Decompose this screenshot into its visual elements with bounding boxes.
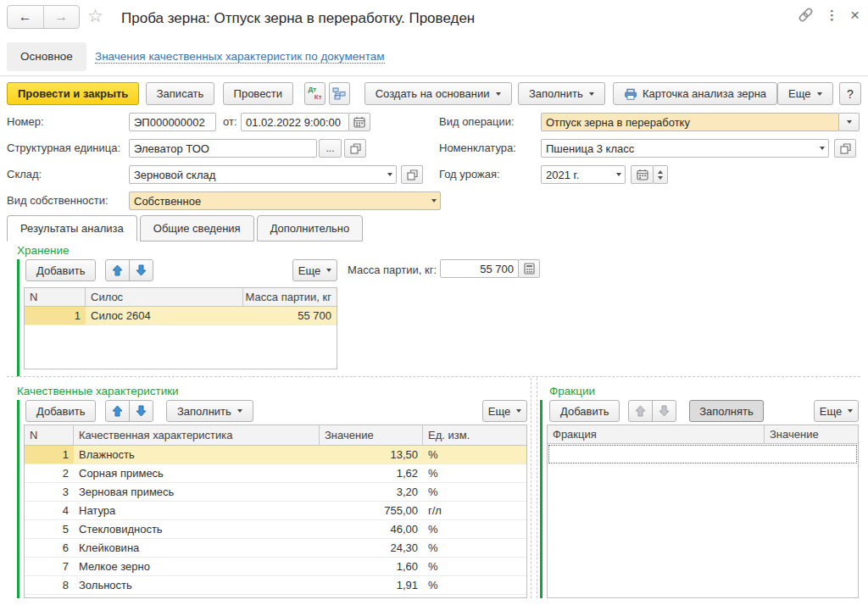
batch-mass-field[interactable]: 55 700 xyxy=(440,259,519,278)
cell-name: Сорная примесь xyxy=(74,464,320,482)
tab-analysis-results[interactable]: Результаты анализа xyxy=(7,215,137,241)
horizontal-splitter[interactable] xyxy=(7,376,860,377)
favorite-star-icon[interactable]: ☆ xyxy=(87,7,103,25)
col-n[interactable]: N xyxy=(25,288,86,306)
structural-unit-open-button[interactable] xyxy=(344,139,366,158)
storage-add-button[interactable]: Добавить xyxy=(25,259,96,281)
quality-fill-button[interactable]: Заполнить xyxy=(166,400,253,422)
move-up-button[interactable] xyxy=(105,400,130,422)
col-mass[interactable]: Масса партии, кг xyxy=(243,288,337,306)
table-row[interactable]: 3 Зерновая примесь 3,20 % xyxy=(25,483,526,502)
move-down-button[interactable] xyxy=(129,400,153,422)
cell-n: 7 xyxy=(25,558,74,575)
fill-button[interactable]: Заполнить xyxy=(518,82,605,105)
operation-field[interactable]: Отпуск зерна в переработку xyxy=(541,113,839,131)
quality-more-button[interactable]: Еще xyxy=(482,400,527,422)
number-field[interactable]: ЭП000000002 xyxy=(129,113,216,131)
storage-more-button[interactable]: Еще xyxy=(292,259,337,281)
table-row[interactable]: 7 Мелкое зерно 1,60 % xyxy=(25,558,526,576)
warehouse-field[interactable]: Зерновой склад xyxy=(129,165,397,184)
chevron-down-icon xyxy=(516,409,521,413)
dtkt-button[interactable]: ДтКт xyxy=(304,82,326,105)
move-up-button[interactable] xyxy=(628,400,653,422)
col-silo[interactable]: Силос xyxy=(86,288,243,306)
table-row[interactable]: 4 Натура 755,00 г/л xyxy=(25,502,526,520)
warehouse-dropdown[interactable] xyxy=(382,166,392,183)
table-row[interactable]: 1 Влажность 13,50 % xyxy=(25,446,526,464)
fractions-add-button[interactable]: Добавить xyxy=(549,400,620,422)
post-button[interactable]: Провести xyxy=(223,82,294,105)
tab-additional[interactable]: Дополнительно xyxy=(257,215,364,241)
cell-unit: % xyxy=(423,446,526,463)
cell-n: 3 xyxy=(25,483,74,501)
structural-unit-label: Структурная единица: xyxy=(7,139,120,158)
more-menu-icon[interactable]: ⋮ xyxy=(826,8,838,23)
arrow-up-icon xyxy=(112,405,123,417)
tab-main[interactable]: Основное xyxy=(7,42,86,71)
page-tabstrip: Результаты анализа Общие сведения Дополн… xyxy=(7,215,365,241)
nomenclature-dropdown[interactable] xyxy=(815,140,825,157)
ownership-field[interactable]: Собственное xyxy=(129,191,441,210)
structural-unit-field[interactable]: Элеватор ТОО xyxy=(129,139,317,158)
col-value[interactable]: Значение xyxy=(765,425,858,443)
col-fraction[interactable]: Фракция xyxy=(548,425,765,443)
operation-dropdown-button[interactable] xyxy=(838,113,860,131)
move-down-button[interactable] xyxy=(652,400,676,422)
cell-value: 46,00 xyxy=(320,520,423,538)
document-structure-button[interactable] xyxy=(329,82,350,105)
date-calendar-button[interactable] xyxy=(348,113,370,131)
harvest-year-dropdown[interactable] xyxy=(611,166,621,183)
cell-name: Клейковина xyxy=(74,539,320,557)
nomenclature-value: Пшеница 3 класс xyxy=(546,142,634,155)
col-n[interactable]: N xyxy=(25,425,74,445)
fractions-group-bar xyxy=(540,400,542,598)
col-value[interactable]: Значение xyxy=(320,425,423,445)
storage-move-buttons xyxy=(105,259,153,281)
chevron-down-icon xyxy=(589,92,594,96)
harvest-year-calendar-button[interactable] xyxy=(631,165,654,184)
table-row[interactable]: 1 Силос 2604 55 700 xyxy=(25,307,337,325)
table-row[interactable]: 6 Клейковина 24,30 % xyxy=(25,539,526,558)
create-based-on-button[interactable]: Создать на основании xyxy=(364,82,512,105)
nomenclature-field[interactable]: Пшеница 3 класс xyxy=(541,139,829,158)
fractions-fill-button[interactable]: Заполнять xyxy=(689,400,764,422)
quality-add-button[interactable]: Добавить xyxy=(25,400,96,422)
structural-unit-choose-button[interactable]: ... xyxy=(319,139,342,158)
open-icon xyxy=(407,169,418,180)
cell-value: 1,60 xyxy=(320,558,423,575)
batch-mass-calc-button[interactable] xyxy=(518,259,540,278)
fractions-more-button[interactable]: Еще xyxy=(814,400,859,422)
warehouse-open-button[interactable] xyxy=(401,165,423,184)
nomenclature-open-button[interactable] xyxy=(834,139,856,158)
ownership-dropdown[interactable] xyxy=(426,192,437,209)
close-icon[interactable]: × xyxy=(850,7,860,23)
col-unit[interactable]: Ед. изм. xyxy=(423,425,526,445)
col-characteristic[interactable]: Качественная характеристика xyxy=(74,425,320,445)
quality-values-link[interactable]: Значения качественных характеристик по д… xyxy=(95,50,385,64)
forward-button[interactable]: → xyxy=(43,6,80,28)
move-up-button[interactable] xyxy=(105,259,130,281)
warehouse-value: Зерновой склад xyxy=(134,169,215,181)
move-down-button[interactable] xyxy=(129,259,153,281)
tab-general-info[interactable]: Общие сведения xyxy=(140,215,254,241)
vertical-splitter[interactable] xyxy=(531,378,537,598)
quality-more-label: Еще xyxy=(488,405,510,418)
fractions-move-buttons xyxy=(628,400,676,422)
table-row[interactable]: 8 Зольность 1,91 % xyxy=(25,576,526,595)
table-row[interactable]: 5 Стекловидность 46,00 % xyxy=(25,520,526,539)
help-button[interactable]: ? xyxy=(839,82,861,105)
grain-card-button[interactable]: Карточка анализа зерна xyxy=(613,82,777,105)
empty-focused-row[interactable] xyxy=(548,445,857,463)
post-and-close-button[interactable]: Провести и закрыть xyxy=(7,82,139,105)
harvest-year-field[interactable]: 2021 г. xyxy=(541,165,626,184)
date-field[interactable]: 01.02.2022 9:00:00 xyxy=(241,113,349,131)
arrow-up-icon xyxy=(112,264,123,276)
cell-name: Натура xyxy=(74,502,320,519)
write-button[interactable]: Записать xyxy=(146,82,215,105)
create-based-on-label: Создать на основании xyxy=(376,87,490,100)
back-button[interactable]: ← xyxy=(8,6,43,28)
more-button[interactable]: Еще xyxy=(777,82,832,105)
link-icon[interactable] xyxy=(798,7,814,23)
harvest-year-spinner[interactable] xyxy=(653,165,668,184)
table-row[interactable]: 2 Сорная примесь 1,62 % xyxy=(25,464,526,483)
